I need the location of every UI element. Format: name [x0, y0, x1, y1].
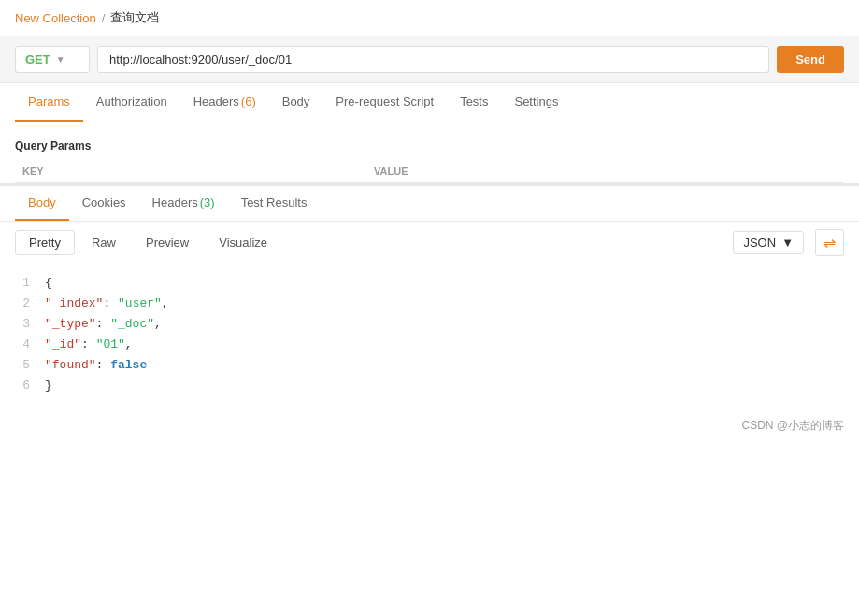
url-bar: GET ▼ Send [0, 36, 859, 83]
breadcrumb-separator: / [102, 11, 106, 25]
footer-text: CSDN @小志的博客 [741, 419, 844, 432]
headers-response-badge: (3) [200, 195, 215, 209]
code-content-4: "_id": "01", [45, 335, 844, 355]
line-number-1: 1 [15, 273, 30, 294]
code-line-4: 4 "_id": "01", [15, 335, 844, 355]
code-line-5: 5 "found": false [15, 355, 844, 376]
footer: CSDN @小志的博客 [0, 407, 859, 445]
chevron-down-icon: ▼ [781, 236, 794, 250]
code-content-5: "found": false [45, 355, 844, 376]
line-number-2: 2 [15, 294, 30, 314]
tab-body[interactable]: Body [269, 83, 323, 122]
url-input[interactable] [97, 46, 769, 73]
tab-params[interactable]: Params [15, 83, 83, 122]
line-number-3: 3 [15, 314, 30, 335]
line-number-4: 4 [15, 335, 30, 355]
response-tab-test-results[interactable]: Test Results [228, 186, 321, 221]
wrap-icon: ⇌ [823, 234, 836, 251]
code-content-3: "_type": "_doc", [45, 314, 844, 335]
wrap-button[interactable]: ⇌ [815, 229, 844, 256]
response-tabs: Body Cookies Headers(3) Test Results [0, 186, 859, 222]
breadcrumb: New Collection / 查询文档 [0, 0, 859, 36]
tab-pre-request-script[interactable]: Pre-request Script [322, 83, 447, 122]
code-line-1: 1 { [15, 273, 844, 294]
response-tab-body[interactable]: Body [15, 186, 69, 221]
code-content-6: } [45, 376, 844, 396]
method-label: GET [25, 52, 50, 66]
tab-headers[interactable]: Headers(6) [180, 83, 269, 122]
headers-badge: (6) [241, 94, 256, 108]
key-column-header: KEY [15, 160, 366, 183]
format-pretty-button[interactable]: Pretty [15, 230, 75, 255]
tab-settings[interactable]: Settings [501, 83, 571, 122]
method-selector[interactable]: GET ▼ [15, 46, 90, 73]
code-block: 1 { 2 "_index": "user", 3 "_type": "_doc… [0, 264, 859, 407]
code-content-1: { [45, 273, 844, 294]
code-content-2: "_index": "user", [45, 294, 844, 314]
value-column-header: VALUE [366, 160, 844, 183]
tab-authorization[interactable]: Authorization [83, 83, 180, 122]
format-raw-button[interactable]: Raw [79, 231, 129, 254]
breadcrumb-current: 查询文档 [110, 9, 159, 26]
json-format-label: JSON [743, 236, 776, 250]
send-button[interactable]: Send [777, 46, 844, 73]
query-params-section: Query Params KEY VALUE [0, 122, 859, 183]
request-tabs: Params Authorization Headers(6) Body Pre… [0, 83, 859, 122]
tab-tests[interactable]: Tests [447, 83, 501, 122]
json-format-selector[interactable]: JSON ▼ [733, 231, 804, 254]
line-number-5: 5 [15, 355, 30, 376]
code-line-6: 6 } [15, 376, 844, 396]
line-number-6: 6 [15, 376, 30, 396]
format-visualize-button[interactable]: Visualize [206, 231, 280, 254]
response-tab-cookies[interactable]: Cookies [69, 186, 139, 221]
response-tab-headers[interactable]: Headers(3) [139, 186, 228, 221]
query-params-title: Query Params [15, 132, 844, 160]
response-area: Body Cookies Headers(3) Test Results Pre… [0, 183, 859, 407]
code-line-2: 2 "_index": "user", [15, 294, 844, 314]
params-table: KEY VALUE [15, 160, 844, 183]
code-line-3: 3 "_type": "_doc", [15, 314, 844, 335]
breadcrumb-collection[interactable]: New Collection [15, 11, 96, 25]
format-preview-button[interactable]: Preview [133, 231, 202, 254]
chevron-down-icon: ▼ [56, 54, 65, 64]
response-toolbar: Pretty Raw Preview Visualize JSON ▼ ⇌ [0, 222, 859, 264]
